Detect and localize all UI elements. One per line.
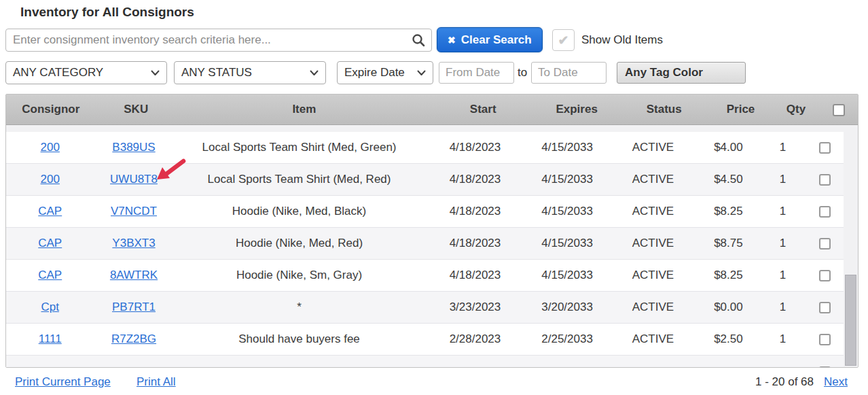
qty-cell: 1 <box>760 205 806 218</box>
expires-cell: 4/15/2033 <box>525 269 609 282</box>
select-all-checkbox[interactable] <box>833 104 845 116</box>
clear-search-button[interactable]: ✖ Clear Search <box>437 27 543 52</box>
expires-cell: 4/15/2033 <box>525 205 609 218</box>
start-cell: 4/18/2023 <box>424 173 525 186</box>
chevron-down-icon <box>417 70 426 76</box>
date-field-select[interactable]: Expire Date <box>337 61 433 84</box>
col-header-consignor[interactable]: Consignor <box>6 103 96 116</box>
pagination-range: 1 - 20 of 68 <box>755 375 814 389</box>
qty-cell: 1 <box>760 173 806 186</box>
table-row: Cpt PB7RT1 * 3/23/2023 3/20/2033 ACTIVE … <box>6 292 844 324</box>
item-cell: Local Sports Team Shirt (Med, Red) <box>174 173 425 186</box>
col-header-start[interactable]: Start <box>432 103 534 116</box>
qty-cell: 1 <box>760 365 806 368</box>
table-row: CAP V7NCDT Hoodie (Nike, Med, Black) 4/1… <box>6 196 844 228</box>
start-cell: 3/23/2023 <box>424 300 525 314</box>
expires-cell: 4/15/2033 <box>525 237 609 250</box>
start-cell: 2/28/2023 <box>424 332 525 346</box>
consignor-link[interactable]: CAP <box>38 205 62 218</box>
qty-cell: 1 <box>760 300 806 314</box>
item-cell: Hoodie (Nike, Med, Black) <box>174 205 425 218</box>
page-title: Inventory for All Consignors <box>20 5 194 20</box>
print-all-link[interactable]: Print All <box>137 375 176 389</box>
chevron-down-icon <box>151 70 160 76</box>
col-header-expires[interactable]: Expires <box>534 103 619 116</box>
row-checkbox[interactable] <box>819 334 831 345</box>
expires-cell: 4/15/2033 <box>525 141 609 154</box>
search-input[interactable] <box>5 29 432 52</box>
sku-link[interactable]: 8AWTRK <box>110 269 158 281</box>
sku-link[interactable]: B389US <box>112 141 155 154</box>
show-old-items-checkbox[interactable]: ✔ <box>552 29 575 51</box>
price-cell: $2.50 <box>697 365 759 368</box>
table-scrollbar[interactable] <box>844 125 858 367</box>
inventory-table: Consignor SKU Item Start Expires Status … <box>5 94 858 368</box>
col-header-price[interactable]: Price <box>708 103 772 116</box>
consignor-link[interactable]: CAP <box>38 269 62 281</box>
expires-cell: 3/20/2033 <box>525 300 609 314</box>
col-header-qty[interactable]: Qty <box>773 103 820 116</box>
status-cell: ACTIVE <box>609 205 697 218</box>
consignor-link[interactable]: 1111 <box>39 365 62 368</box>
consignor-link[interactable]: CAP <box>38 237 62 250</box>
sku-link[interactable]: UWU8T8 <box>110 173 158 186</box>
pagination: 1 - 20 of 68 Next <box>755 375 848 389</box>
expires-cell: 2/25/2033 <box>525 365 609 368</box>
start-cell: 4/18/2023 <box>424 141 525 154</box>
price-cell: $4.50 <box>697 173 759 186</box>
category-select[interactable]: ANY CATEGORY <box>5 61 167 84</box>
row-checkbox[interactable] <box>819 366 831 367</box>
row-checkbox[interactable] <box>819 270 831 281</box>
start-cell: 4/18/2023 <box>424 269 525 282</box>
search-box <box>5 29 432 52</box>
scrollbar-thumb[interactable] <box>845 275 856 366</box>
col-header-item[interactable]: Item <box>177 103 432 116</box>
col-header-sku[interactable]: SKU <box>96 103 177 116</box>
row-checkbox[interactable] <box>819 206 831 218</box>
sku-link[interactable]: WFMRVT <box>109 365 159 368</box>
inventory-page: Inventory for All Consignors ✖ Clear Sea… <box>0 0 868 395</box>
start-cell: 4/18/2023 <box>424 205 525 218</box>
item-cell: Hoodie (Nike, Med, Red) <box>174 237 425 250</box>
print-current-page-link[interactable]: Print Current Page <box>15 375 111 389</box>
consignor-link[interactable]: 1111 <box>39 332 62 345</box>
start-cell: 2/28/2023 <box>424 365 525 368</box>
search-icon[interactable] <box>412 33 425 47</box>
category-select-value: ANY CATEGORY <box>13 66 103 80</box>
consignor-link[interactable]: 200 <box>41 173 60 186</box>
sku-link[interactable]: PB7RT1 <box>112 300 156 313</box>
status-select-value: ANY STATUS <box>181 66 252 80</box>
consignor-link[interactable]: Cpt <box>41 300 58 313</box>
clipped-table-row: 1111 WFMRVT Should Have Buyers Fee 2/28/… <box>6 356 844 367</box>
start-cell: 4/18/2023 <box>424 237 525 250</box>
qty-cell: 1 <box>760 332 806 346</box>
status-select[interactable]: ANY STATUS <box>174 61 326 84</box>
row-checkbox[interactable] <box>819 174 831 186</box>
status-cell: ACTIVE <box>609 332 697 346</box>
price-cell: $2.50 <box>697 332 759 346</box>
price-cell: $0.00 <box>697 300 759 314</box>
table-header: Consignor SKU Item Start Expires Status … <box>6 95 858 125</box>
next-page-link[interactable]: Next <box>824 375 848 389</box>
sku-link[interactable]: V7NCDT <box>111 205 157 218</box>
row-checkbox[interactable] <box>819 238 831 250</box>
status-cell: ACTIVE <box>609 365 697 368</box>
consignor-link[interactable]: 200 <box>41 141 60 154</box>
from-date-input[interactable] <box>439 62 514 84</box>
row-checkbox[interactable] <box>819 142 831 154</box>
table-row: CAP Y3BXT3 Hoodie (Nike, Med, Red) 4/18/… <box>6 228 844 260</box>
row-checkbox[interactable] <box>819 302 831 313</box>
checkmark-icon: ✔ <box>558 34 569 47</box>
table-body: 200 B389US Local Sports Team Shirt (Med,… <box>6 125 858 367</box>
sku-link[interactable]: Y3BXT3 <box>112 237 155 250</box>
sku-link[interactable]: R7Z2BG <box>111 332 156 345</box>
price-cell: $8.75 <box>697 237 759 250</box>
to-date-input[interactable] <box>531 62 607 84</box>
qty-cell: 1 <box>760 237 806 250</box>
price-cell: $8.25 <box>697 205 759 218</box>
clear-x-icon: ✖ <box>448 35 456 46</box>
price-cell: $4.00 <box>697 141 759 154</box>
tag-color-button[interactable]: Any Tag Color <box>617 62 746 84</box>
col-header-status[interactable]: Status <box>619 103 709 116</box>
clear-search-label: Clear Search <box>461 33 532 47</box>
